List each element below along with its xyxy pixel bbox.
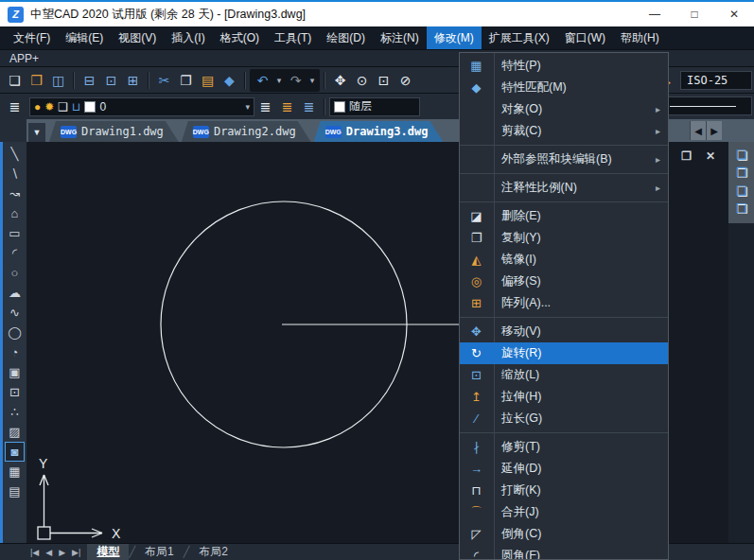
redo-button[interactable]: ↷ [285, 70, 307, 91]
menu-item-xref-block-edit[interactable]: 外部参照和块编辑(B) ▸ [460, 149, 668, 170]
arc-tool[interactable]: ◜ [5, 243, 25, 263]
polyline-tool[interactable]: ↝ [5, 184, 25, 203]
table-tool[interactable]: ▦ [5, 462, 25, 481]
menu-item-stretch[interactable]: ↥ 拉伸(H) [460, 386, 668, 408]
plot-button[interactable]: ⊟ [79, 70, 100, 91]
construction-line-tool[interactable]: ∖ [5, 164, 25, 184]
layer-properties-button[interactable]: ≣ [4, 96, 26, 117]
menu-item-extend[interactable]: → 延伸(D) [460, 458, 668, 480]
polygon-tool[interactable]: ⌂ [5, 203, 25, 223]
menu-edit[interactable]: 编辑(E) [58, 26, 111, 49]
make-block-tool[interactable]: ⊡ [5, 382, 25, 402]
layer-combo-caret[interactable]: ▾ [245, 102, 250, 112]
draworder-send-to-back-button[interactable]: ❐ [736, 166, 747, 180]
minimize-button[interactable]: — [635, 2, 675, 26]
new-file-button[interactable]: ❏ [4, 70, 26, 91]
menu-item-fillet[interactable]: ◜ 圆角(F) [460, 545, 668, 560]
menu-item-scale[interactable]: ⊡ 缩放(L) [460, 364, 668, 386]
menu-item-copy[interactable]: ❐ 复制(Y) [460, 227, 668, 249]
close-button[interactable]: ✕ [714, 2, 754, 26]
menu-modify[interactable]: 修改(M) [427, 26, 482, 49]
layer-translate-button[interactable]: ≣ [298, 96, 320, 117]
region-tool[interactable]: ◙ [5, 442, 25, 462]
menu-item-properties[interactable]: ▦ 特性(P) [460, 55, 668, 77]
menu-draw[interactable]: 绘图(D) [319, 26, 373, 49]
plot-preview-button[interactable]: ⊡ [100, 70, 122, 91]
pan-button[interactable]: ✥ [329, 70, 351, 91]
tab-drawing2[interactable]: DWG Drawing2.dwg [182, 121, 311, 142]
ellipse-tool[interactable]: ◯ [5, 323, 25, 342]
open-folder-button[interactable]: ❒ [26, 70, 47, 91]
redo-dropdown-caret[interactable]: ▾ [307, 76, 318, 85]
app-plus-label[interactable]: APP+ [9, 52, 39, 65]
menu-item-clip[interactable]: 剪裁(C) ▸ [460, 120, 668, 142]
point-tool[interactable]: ∴ [5, 402, 25, 422]
menu-item-join[interactable]: ⌒ 合并(J) [460, 501, 668, 523]
lineweight-combo[interactable] [665, 96, 752, 115]
mdi-restore-button[interactable]: ❐ [681, 149, 692, 163]
menu-item-lengthen[interactable]: ∕ 拉长(G) [460, 408, 668, 429]
document-list-caret[interactable]: ▼ [28, 123, 45, 142]
menu-item-chamfer[interactable]: ◸ 倒角(C) [460, 523, 668, 545]
paste-button[interactable]: ▤ [197, 70, 219, 91]
circle-tool[interactable]: ○ [5, 263, 25, 283]
menu-dimension[interactable]: 标注(N) [373, 26, 427, 49]
insert-block-tool[interactable]: ▣ [5, 362, 25, 382]
mtext-tool[interactable]: ▤ [5, 481, 25, 501]
menu-item-annotative-scale[interactable]: 注释性比例(N) ▸ [460, 177, 668, 199]
undo-dropdown-caret[interactable]: ▾ [273, 76, 285, 85]
line-tool[interactable]: ╲ [5, 144, 25, 164]
menu-item-trim[interactable]: ∤ 修剪(T) [460, 436, 668, 458]
save-button[interactable]: ◫ [47, 70, 69, 91]
zoom-window-button[interactable]: ⊡ [373, 70, 395, 91]
draworder-bring-above-button[interactable]: ❑ [736, 184, 747, 198]
tab-layout2[interactable]: 布局2 [189, 544, 237, 560]
tab-scroll-right-button[interactable]: ▶ [706, 121, 722, 140]
spline-tool[interactable]: ∿ [5, 303, 25, 323]
menu-window[interactable]: 窗口(W) [557, 26, 613, 49]
zoom-previous-button[interactable]: ⊘ [395, 70, 416, 91]
cut-button[interactable]: ✂ [153, 70, 175, 91]
tab-layout1[interactable]: 布局1 [135, 544, 184, 560]
prev-tab-button[interactable]: ◀ [45, 548, 52, 557]
menu-item-offset[interactable]: ◎ 偏移(S) [460, 271, 668, 292]
last-tab-button[interactable]: ▶| [72, 548, 80, 557]
first-tab-button[interactable]: |◀ [30, 548, 39, 557]
menu-view[interactable]: 视图(V) [111, 26, 164, 49]
ellipse-arc-tool[interactable]: ◔ [5, 342, 25, 362]
menu-help[interactable]: 帮助(H) [613, 26, 667, 49]
menu-item-move[interactable]: ✥ 移动(V) [460, 321, 668, 342]
menu-item-object[interactable]: 对象(O) ▸ [460, 98, 668, 120]
dimension-style-combo[interactable]: ISO-25 [680, 71, 752, 90]
menu-item-rotate[interactable]: ↻ 旋转(R) [460, 342, 668, 364]
layer-combo[interactable]: ● ✹ ❑ ⊔ 0 ▾ [29, 97, 254, 116]
match-properties-button[interactable]: ◆ [219, 70, 240, 91]
menu-item-break[interactable]: ⊓ 打断(K) [460, 480, 668, 501]
revision-cloud-tool[interactable]: ☁ [5, 283, 25, 303]
next-tab-button[interactable]: ▶ [59, 548, 65, 557]
zoom-realtime-button[interactable]: ⊙ [351, 70, 373, 91]
menu-file[interactable]: 文件(F) [6, 26, 58, 49]
mdi-close-button[interactable]: ✕ [706, 149, 715, 163]
menu-format[interactable]: 格式(O) [213, 26, 267, 49]
menu-item-array[interactable]: ⊞ 阵列(A)... [460, 292, 668, 314]
layer-states-button[interactable]: ≣ [254, 96, 276, 117]
menu-item-mirror[interactable]: ◭ 镜像(I) [460, 249, 668, 271]
menu-insert[interactable]: 插入(I) [164, 26, 212, 49]
tab-model[interactable]: 模型 [87, 544, 129, 560]
menu-tools[interactable]: 工具(T) [267, 26, 319, 49]
menu-item-match-properties[interactable]: ◆ 特性匹配(M) [460, 77, 668, 98]
tab-drawing1[interactable]: DWG Drawing1.dwg [49, 121, 179, 142]
draworder-send-under-button[interactable]: ❒ [736, 201, 747, 216]
tab-drawing3[interactable]: DWG Drawing3.dwg [314, 121, 444, 142]
tab-scroll-left-button[interactable]: ◀ [690, 121, 706, 140]
layer-previous-button[interactable]: ≣ [276, 96, 298, 117]
draworder-bring-to-front-button[interactable]: ❏ [736, 148, 747, 162]
rectangle-tool[interactable]: ▭ [5, 223, 25, 243]
copy-button[interactable]: ❐ [175, 70, 197, 91]
menu-express-tools[interactable]: 扩展工具(X) [482, 26, 557, 49]
color-control-combo[interactable]: 随层 [329, 97, 420, 116]
menu-item-erase[interactable]: ◪ 删除(E) [460, 205, 668, 227]
maximize-button[interactable]: □ [675, 2, 714, 26]
hatch-tool[interactable]: ▨ [5, 422, 25, 442]
